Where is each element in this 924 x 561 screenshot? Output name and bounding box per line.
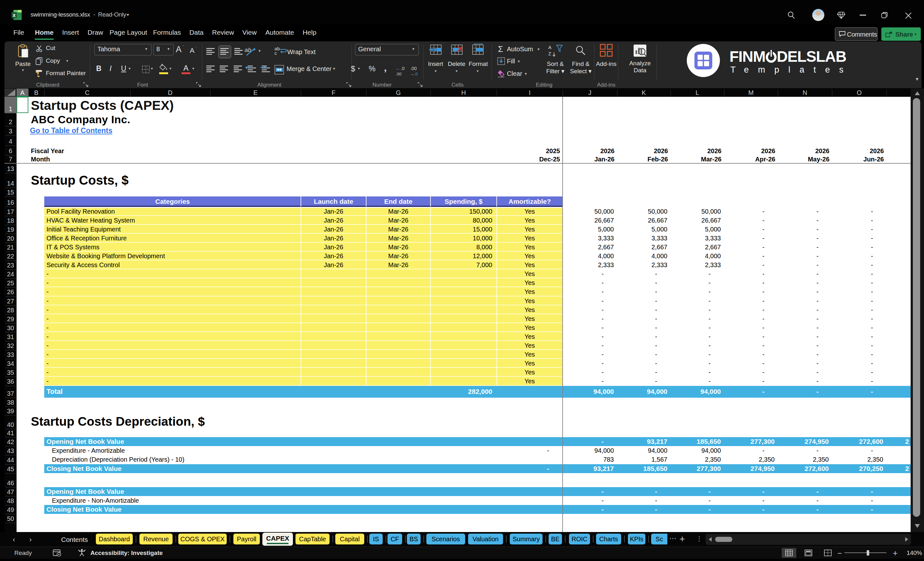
svg-text:x: x [13, 12, 16, 18]
svg-text:A: A [548, 45, 552, 50]
svg-text:Z: Z [548, 51, 551, 56]
